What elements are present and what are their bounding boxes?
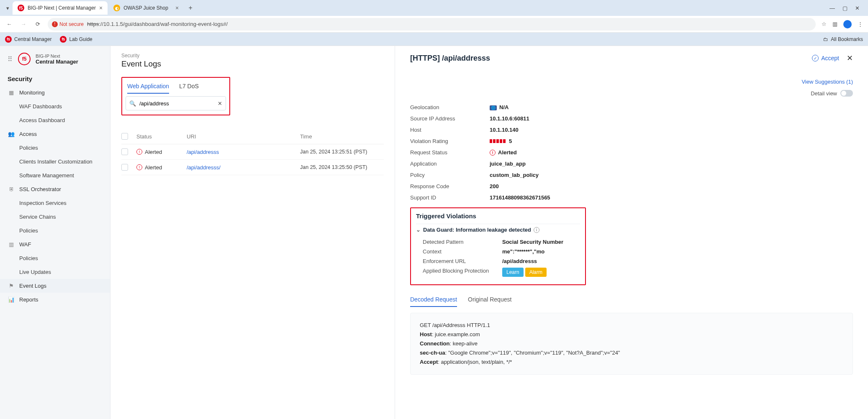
subtab-web-application[interactable]: Web Application [127,80,169,94]
detail-view-toggle[interactable] [840,90,853,97]
column-status: Status [136,133,187,140]
grid-icon: ▦ [8,89,15,96]
warning-icon: ! [52,21,58,27]
tab-dropdown-icon[interactable]: ▾ [3,5,12,11]
folder-icon: 🗀 [823,36,828,42]
tab-decoded-request[interactable]: Decoded Request [410,293,457,307]
kv-val-request-status: !Alerted [490,149,853,156]
sidebar-section-title: Security [0,69,110,86]
address-bar[interactable]: ! Not secure https://10.1.1.5/gui/dashbo… [48,18,816,31]
minimize-icon[interactable]: ― [829,5,835,11]
kv-val-response-code: 200 [490,183,853,189]
uri-link[interactable]: /api/addresss/ [187,164,221,171]
f5-favicon-icon: f5 [18,5,24,11]
violation-expand-row[interactable]: ⌄ Data Guard: Information leakage detect… [416,224,580,237]
sidebar-item-access[interactable]: 👥Access [0,127,110,141]
column-uri: URI [187,133,300,140]
detail-title: [HTTPS] /api/addresss [410,54,490,63]
sidebar-item-policies[interactable]: Policies [0,141,110,155]
close-window-icon[interactable]: ✕ [855,5,860,11]
kebab-menu-icon[interactable]: ⋮ [858,21,863,27]
alert-icon: ! [136,164,142,170]
subtab-l7-dos[interactable]: L7 DoS [179,80,199,94]
tab-close-icon[interactable]: × [175,5,179,11]
reload-icon[interactable]: ⟳ [33,21,42,27]
all-bookmarks-button[interactable]: 🗀 All Bookmarks [823,36,863,42]
search-input[interactable] [139,100,214,107]
sidebar-item-monitoring[interactable]: ▦Monitoring [0,86,110,100]
viol-val-enforcement: /api/addresss [502,258,580,264]
brand-text: BIG-IP Next Central Manager [36,54,78,65]
kv-key-request-status: Request Status [410,149,490,156]
alert-icon: ! [136,149,142,155]
sidebar-item-access-dashboard[interactable]: Access Dashboard [0,113,110,127]
address-row: ← → ⟳ ! Not secure https://10.1.1.5/gui/… [0,16,868,33]
table-row[interactable]: !Alerted /api/addresss/ Jan 25, 2024 13:… [121,160,384,175]
view-suggestions-link[interactable]: View Suggestions (1) [801,79,853,85]
kv-key-application: Application [410,161,490,167]
bookmark-item[interactable]: f5 Central Manager [5,36,51,43]
row-checkbox[interactable] [121,148,128,155]
kv-key-support-id: Support ID [410,194,490,201]
tab-close-icon[interactable]: × [99,5,103,11]
shield-icon: ⛨ [8,186,15,192]
star-icon[interactable]: ☆ [822,21,827,27]
not-secure-badge[interactable]: ! Not secure [52,21,84,27]
accept-button[interactable]: ✓ Accept [812,55,839,61]
sidebar-item-software-mgmt[interactable]: Software Management [0,169,110,182]
viol-key-enforcement: Enforcement URL [423,258,502,264]
panel-icon[interactable]: ▥ [832,21,837,27]
table-row[interactable]: !Alerted /api/addresss Jan 25, 2024 13:2… [121,144,384,160]
sidebar-item-policies-ssl[interactable]: Policies [0,224,110,238]
page-title: Event Logs [121,59,384,69]
flag-icon: ⚑ [8,283,15,289]
tab-title: OWASP Juice Shop [123,5,172,11]
browser-tab-active[interactable]: f5 BIG-IP Next | Central Manager × [13,1,108,15]
viol-val-pattern: Social Security Number [502,239,580,245]
sidebar-item-clients-installer[interactable]: Clients Installer Customization [0,155,110,169]
kv-val-violation-rating: 5 [490,138,853,144]
column-time: Time [300,133,384,140]
kv-key-host: Host [410,127,490,133]
kv-key-geolocation: Geolocation [410,104,490,110]
sidebar-item-event-logs[interactable]: ⚑Event Logs [0,279,110,293]
learn-badge: Learn [502,268,524,277]
sidebar-item-ssl-orchestrator[interactable]: ⛨SSL Orchestrator [0,182,110,196]
sidebar-item-policies-waf[interactable]: Policies [0,251,110,265]
kv-val-policy: custom_lab_policy [490,172,853,178]
profile-icon[interactable] [843,20,852,28]
forward-icon: → [19,21,28,27]
chevron-down-icon: ⌄ [416,227,421,233]
clear-search-icon[interactable]: ✕ [218,100,222,107]
sidebar-item-service-chains[interactable]: Service Chains [0,210,110,224]
row-checkbox[interactable] [121,164,128,171]
sidebar-item-inspection-services[interactable]: Inspection Services [0,196,110,210]
back-icon[interactable]: ← [5,21,13,27]
new-tab-button[interactable]: + [185,2,196,14]
sidebar-item-reports[interactable]: 📊Reports [0,293,110,307]
close-detail-icon[interactable]: ✕ [847,54,853,63]
bookmarks-bar: f5 Central Manager f5 Lab Guide 🗀 All Bo… [0,33,868,46]
sidebar-item-waf-dashboards[interactable]: WAF Dashboards [0,100,110,113]
events-table: Status URI Time !Alerted /api/addresss J… [121,129,384,175]
sidebar-item-live-updates[interactable]: Live Updates [0,265,110,279]
kv-val-support-id: 17161488098362671565 [490,194,853,201]
uri-link[interactable]: /api/addresss [187,149,219,155]
request-body: GET /api/Addresss HTTP/1.1 Host: juice.e… [410,313,853,375]
juice-favicon-icon: ◐ [113,5,120,11]
info-icon[interactable]: i [534,227,539,233]
select-all-checkbox[interactable] [121,133,128,140]
browser-tab[interactable]: ◐ OWASP Juice Shop × [108,1,184,15]
maximize-icon[interactable]: ▢ [842,5,847,11]
check-circle-icon: ✓ [812,55,819,61]
tab-original-request[interactable]: Original Request [468,293,511,307]
alarm-badge: Alarm [525,268,547,277]
kv-key-source-ip: Source IP Address [410,115,490,122]
violations-title: Triggered Violations [416,212,580,220]
kv-key-violation-rating: Violation Rating [410,138,490,144]
kv-val-host: 10.1.10.140 [490,127,853,133]
window-controls: ― ▢ ✕ [829,5,865,11]
sidebar-item-waf[interactable]: ▥WAF [0,238,110,251]
apps-grid-icon[interactable]: ⠿ [8,55,13,63]
bookmark-item[interactable]: f5 Lab Guide [60,36,92,43]
